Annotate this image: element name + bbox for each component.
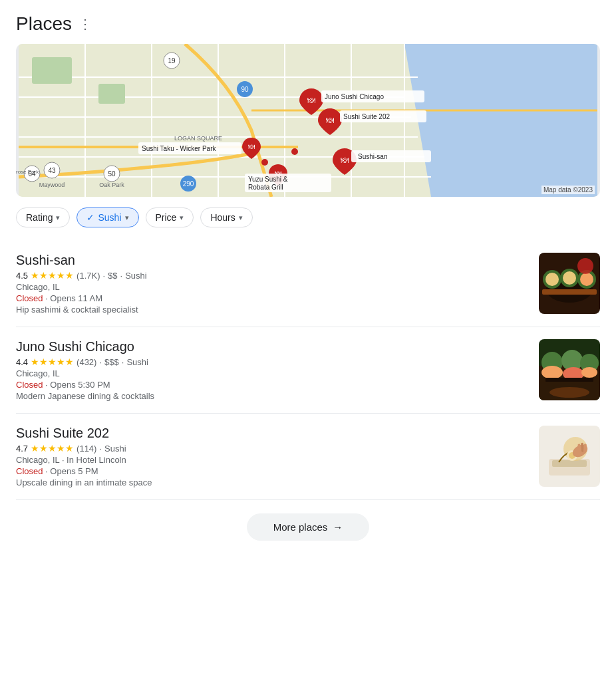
svg-text:Robata Grill: Robata Grill (248, 184, 283, 191)
svg-text:Yuzu Sushi &: Yuzu Sushi & (248, 176, 288, 183)
page-title: Places (16, 13, 72, 35)
category: Sushi (104, 444, 126, 454)
map-svg: 19 90 43 50 290 64 LOGAN SQUARE Maywood … (16, 44, 600, 197)
svg-point-69 (581, 367, 597, 378)
filter-sushi-label: Sushi (98, 212, 121, 223)
rating-number: 4.5 (16, 271, 28, 281)
svg-text:50: 50 (108, 170, 116, 178)
svg-text:290: 290 (183, 180, 194, 188)
result-description: Upscale dining in an intimate space (16, 477, 528, 487)
star-2: ★ (39, 356, 48, 367)
svg-point-50 (261, 159, 268, 166)
closed-status: Closed (16, 293, 43, 303)
filter-sushi-check: ✓ (86, 212, 94, 223)
svg-point-51 (291, 148, 298, 155)
star-3: ★ (48, 443, 57, 454)
svg-text:Maywood: Maywood (39, 182, 65, 188)
dot-separator: · (102, 271, 105, 281)
closed-status: Closed (16, 466, 43, 476)
category: Sushi (125, 271, 147, 281)
result-location: Chicago, IL (16, 282, 528, 292)
svg-point-59 (580, 273, 593, 286)
closed-status: Closed (16, 380, 43, 390)
dot-separator-2: · (120, 271, 123, 281)
filter-hours[interactable]: Hours ▾ (200, 207, 252, 227)
result-location: Chicago, IL (16, 368, 528, 378)
filter-sushi[interactable]: ✓ Sushi ▾ (77, 207, 138, 227)
result-item-sushi-san[interactable]: Sushi-san 4.5 ★ ★ ★ ★ ★ (1.7K) · $$ · Su… (16, 241, 600, 327)
map-container[interactable]: 19 90 43 50 290 64 LOGAN SQUARE Maywood … (16, 44, 600, 197)
result-description: Modern Japanese dining & cocktails (16, 391, 528, 401)
star-half: ★ (65, 270, 74, 281)
result-item-sushi-suite[interactable]: Sushi Suite 202 4.7 ★ ★ ★ ★ ★ (114) · Su… (16, 414, 600, 499)
result-item-juno-sushi[interactable]: Juno Sushi Chicago 4.4 ★ ★ ★ ★ ★ (432) ·… (16, 327, 600, 414)
svg-point-71 (549, 387, 589, 398)
dot-separator: · (99, 444, 102, 454)
result-image-juno-sushi (539, 339, 600, 400)
more-places-button[interactable]: More places → (247, 513, 370, 541)
star-1: ★ (31, 443, 39, 454)
filter-sushi-arrow: ▾ (125, 213, 129, 222)
svg-text:90: 90 (241, 86, 249, 93)
result-image-sushi-suite (539, 426, 600, 487)
result-hours: Closed · Opens 5 PM (16, 466, 528, 476)
result-name: Sushi Suite 202 (16, 426, 528, 441)
star-half: ★ (65, 443, 74, 454)
result-content-sushi-san: Sushi-san 4.5 ★ ★ ★ ★ ★ (1.7K) · $$ · Su… (16, 253, 539, 315)
star-1: ★ (31, 270, 39, 281)
star-4: ★ (57, 270, 65, 281)
dot-separator-2: · (122, 357, 124, 367)
opens-time: · Opens 5:30 PM (45, 380, 110, 390)
result-image-sushi-san (539, 253, 600, 314)
svg-text:Sushi-san: Sushi-san (358, 153, 387, 160)
review-count: (1.7K) (77, 271, 100, 281)
dot-separator: · (99, 357, 102, 367)
svg-text:🍽: 🍽 (326, 116, 334, 125)
svg-rect-16 (32, 57, 72, 84)
svg-text:🍽: 🍽 (248, 143, 255, 150)
filter-rating-label: Rating (26, 212, 53, 223)
filter-rating-arrow: ▾ (56, 213, 60, 222)
result-location: Chicago, IL · In Hotel Lincoln (16, 455, 528, 465)
svg-point-67 (541, 366, 563, 379)
category: Sushi (126, 357, 148, 367)
star-1: ★ (31, 356, 39, 367)
results-list: Sushi-san 4.5 ★ ★ ★ ★ ★ (1.7K) · $$ · Su… (16, 241, 600, 499)
result-content-juno-sushi: Juno Sushi Chicago 4.4 ★ ★ ★ ★ ★ (432) ·… (16, 339, 539, 401)
svg-point-61 (577, 258, 593, 274)
svg-text:LOGAN SQUARE: LOGAN SQUARE (174, 135, 222, 142)
svg-point-57 (545, 273, 559, 286)
filter-price-arrow: ▾ (180, 213, 184, 222)
svg-text:Sushi Taku - Wicker Park: Sushi Taku - Wicker Park (142, 145, 217, 152)
star-3: ★ (48, 270, 57, 281)
price-level: $$$ (104, 357, 119, 367)
result-name: Juno Sushi Chicago (16, 339, 528, 354)
star-3: ★ (48, 356, 57, 367)
more-places-container: More places → (16, 500, 600, 547)
svg-text:elrose Park: elrose Park (16, 169, 39, 175)
rating-number: 4.4 (16, 357, 28, 367)
svg-rect-70 (545, 378, 593, 382)
star-4: ★ (57, 443, 65, 454)
opens-time: · Opens 11 AM (45, 293, 102, 303)
svg-text:Oak Park: Oak Park (99, 182, 124, 188)
svg-text:43: 43 (48, 167, 56, 174)
result-content-sushi-suite: Sushi Suite 202 4.7 ★ ★ ★ ★ ★ (114) · Su… (16, 426, 539, 487)
more-options-icon[interactable]: ⋮ (78, 16, 93, 32)
more-places-arrow: → (333, 521, 343, 533)
svg-rect-74 (552, 460, 587, 467)
result-meta: 4.4 ★ ★ ★ ★ ★ (432) · $$$ · Sushi (16, 356, 528, 367)
result-hours: Closed · Opens 11 AM (16, 293, 528, 303)
svg-point-58 (563, 271, 576, 285)
svg-text:🍽: 🍽 (307, 96, 315, 105)
result-name: Sushi-san (16, 253, 528, 268)
stars-display: ★ ★ ★ ★ ★ (31, 443, 74, 454)
filter-hours-arrow: ▾ (239, 213, 243, 222)
filter-price[interactable]: Price ▾ (146, 207, 194, 227)
filter-rating[interactable]: Rating ▾ (16, 207, 70, 227)
opens-time: · Opens 5 PM (45, 466, 98, 476)
more-places-label: More places (273, 521, 328, 533)
result-hours: Closed · Opens 5:30 PM (16, 380, 528, 390)
filter-hours-label: Hours (210, 212, 235, 223)
star-2: ★ (39, 270, 48, 281)
